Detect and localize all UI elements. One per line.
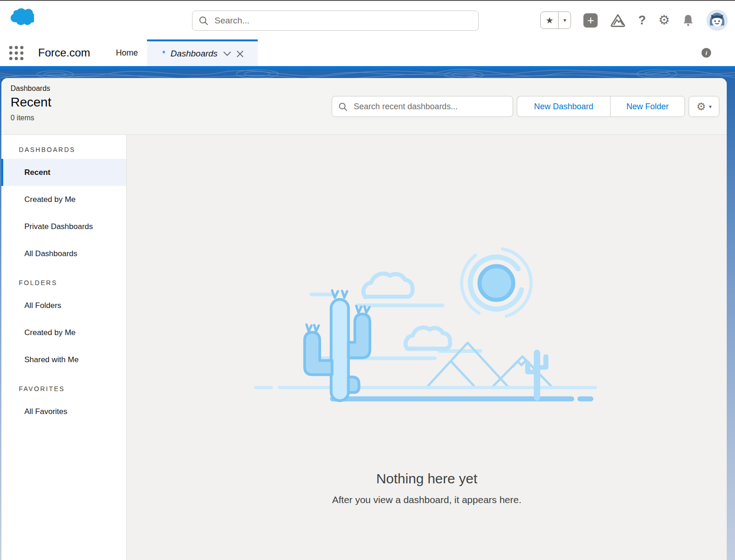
setup-gear-icon[interactable]: ⚙: [658, 14, 670, 27]
tab-home[interactable]: Home: [116, 48, 138, 58]
empty-state-title: Nothing here yet: [127, 471, 727, 487]
content-panel: Dashboards Recent 0 items New Dashboard …: [1, 78, 727, 560]
tab-dashboards[interactable]: * Dashboards: [147, 39, 258, 66]
header-controls: New Dashboard New Folder ⚙ ▾: [332, 96, 719, 117]
search-icon: [199, 16, 208, 25]
empty-state: Nothing here yet After you view a dashbo…: [127, 135, 727, 560]
gear-icon: ⚙: [696, 101, 706, 112]
sidebar-item-recent[interactable]: Recent: [1, 159, 126, 186]
help-icon[interactable]: ?: [638, 13, 646, 28]
list-search[interactable]: [332, 96, 513, 117]
sidebar-item-label: All Dashboards: [24, 249, 77, 258]
global-actions: ★ ▾ + ? ⚙: [540, 1, 728, 39]
global-search-input[interactable]: [214, 15, 472, 26]
sidebar-heading-dashboards: DASHBOARDS: [1, 140, 126, 159]
new-folder-button[interactable]: New Folder: [610, 96, 685, 117]
sidebar-item-shared-with-me[interactable]: Shared with Me: [1, 346, 126, 373]
sidebar-item-label: All Favorites: [24, 407, 68, 416]
tab-dashboards-label: Dashboards: [170, 49, 217, 59]
sidebar-item-label: Private Dashboards: [24, 222, 93, 231]
sidebar-heading-folders: FOLDERS: [1, 274, 126, 292]
object-label: Dashboards: [11, 84, 718, 93]
new-dashboard-button[interactable]: New Dashboard: [517, 96, 610, 117]
search-icon: [339, 102, 347, 111]
user-avatar[interactable]: [707, 10, 728, 31]
sidebar-item-created-by-me[interactable]: Created by Me: [1, 186, 126, 213]
global-search[interactable]: [192, 11, 479, 31]
tab-close-icon[interactable]: [237, 50, 243, 57]
favorites-control: ★ ▾: [540, 11, 571, 29]
sidebar-item-private-dashboards[interactable]: Private Dashboards: [1, 213, 126, 240]
content-body: DASHBOARDS Recent Created by Me Private …: [1, 135, 727, 560]
notification-bell-icon[interactable]: [682, 14, 694, 27]
info-icon[interactable]: i: [701, 48, 711, 58]
app-background: Dashboards Recent 0 items New Dashboard …: [0, 69, 735, 560]
sidebar-item-label: Shared with Me: [24, 355, 79, 364]
sidebar-item-folders-created-by-me[interactable]: Created by Me: [1, 319, 126, 346]
tab-actions-chevron-icon[interactable]: [223, 51, 231, 56]
sidebar: DASHBOARDS Recent Created by Me Private …: [1, 135, 127, 560]
list-settings-button[interactable]: ⚙ ▾: [689, 96, 719, 117]
desert-empty-state-illustration: [243, 245, 611, 406]
sidebar-item-all-favorites[interactable]: All Favorites: [1, 398, 126, 425]
global-actions-plus-button[interactable]: +: [583, 13, 598, 28]
unsaved-marker: *: [162, 49, 165, 59]
sidebar-item-label: Created by Me: [24, 328, 76, 337]
guidance-center-icon[interactable]: [610, 13, 626, 28]
sidebar-heading-favorites: FAVORITES: [1, 380, 126, 398]
list-search-input[interactable]: [353, 101, 506, 112]
sidebar-item-all-dashboards[interactable]: All Dashboards: [1, 240, 126, 267]
app-name: Force.com: [38, 46, 90, 59]
sidebar-item-label: Recent: [24, 168, 51, 177]
sidebar-item-label: Created by Me: [24, 195, 76, 204]
header-button-group: New Dashboard New Folder: [517, 96, 685, 117]
sidebar-item-label: All Folders: [24, 301, 61, 310]
favorite-star-button[interactable]: ★: [541, 12, 559, 28]
app-nav-bar: Force.com Home * Dashboards i: [0, 39, 735, 69]
app-launcher-icon[interactable]: [9, 46, 23, 60]
page-header: Dashboards Recent 0 items New Dashboard …: [1, 78, 727, 135]
sidebar-item-all-folders[interactable]: All Folders: [1, 292, 126, 319]
caret-down-icon: ▾: [709, 104, 712, 110]
salesforce-logo-icon: [6, 6, 34, 28]
favorites-list-button[interactable]: ▾: [559, 12, 571, 28]
empty-state-subtitle: After you view a dashboard, it appears h…: [127, 494, 727, 505]
global-header: ★ ▾ + ? ⚙: [0, 1, 735, 39]
